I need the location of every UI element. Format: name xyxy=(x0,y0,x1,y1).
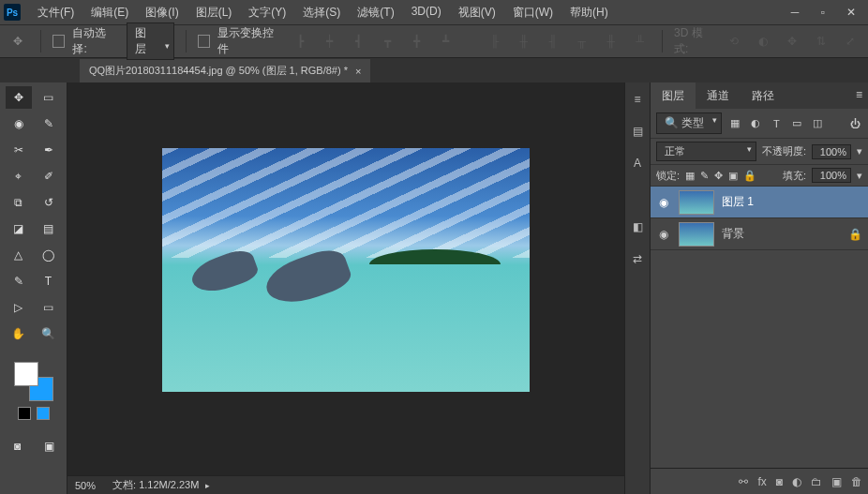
eraser-tool[interactable]: ◪ xyxy=(6,217,32,240)
hand-tool[interactable]: ✋ xyxy=(6,322,32,345)
character-panel-icon[interactable]: A xyxy=(628,154,647,172)
distribute-4-icon[interactable]: ╥ xyxy=(571,30,592,52)
visibility-toggle-icon[interactable]: ◉ xyxy=(656,228,671,241)
layer-row[interactable]: ◉ 图层 1 xyxy=(651,187,868,218)
align-center-h-icon[interactable]: ┿ xyxy=(319,30,340,52)
menu-edit[interactable]: 编辑(E) xyxy=(83,1,136,24)
menu-select[interactable]: 选择(S) xyxy=(295,1,348,24)
tab-layers[interactable]: 图层 xyxy=(651,82,696,109)
menu-image[interactable]: 图像(I) xyxy=(138,1,186,24)
lasso-tool[interactable]: ◉ xyxy=(6,112,32,135)
history-brush-tool[interactable]: ↺ xyxy=(36,191,62,214)
auto-select-checkbox[interactable] xyxy=(52,35,65,48)
healing-tool[interactable]: ⌖ xyxy=(6,165,32,187)
adjustment-layer-icon[interactable]: ◐ xyxy=(792,475,801,488)
filter-kind-dropdown[interactable]: 🔍 类型 xyxy=(656,112,722,134)
layer-thumbnail[interactable] xyxy=(679,222,714,247)
menu-filter[interactable]: 滤镜(T) xyxy=(350,1,401,24)
layer-group-icon[interactable]: 🗀 xyxy=(811,475,822,488)
delete-layer-icon[interactable]: 🗑 xyxy=(851,475,862,488)
filter-type-icon[interactable]: T xyxy=(769,116,784,131)
visibility-toggle-icon[interactable]: ◉ xyxy=(656,196,671,209)
3d-slide-icon[interactable]: ⇅ xyxy=(810,30,831,52)
distribute-5-icon[interactable]: ╫ xyxy=(600,30,621,52)
menu-file[interactable]: 文件(F) xyxy=(30,1,82,24)
3d-scale-icon[interactable]: ⤢ xyxy=(839,30,861,52)
menu-type[interactable]: 文字(Y) xyxy=(241,1,293,24)
distribute-1-icon[interactable]: ╟ xyxy=(484,30,505,52)
lock-transparency-icon[interactable]: ▦ xyxy=(685,170,695,182)
align-right-icon[interactable]: ┫ xyxy=(348,30,369,52)
filter-adjust-icon[interactable]: ◐ xyxy=(748,116,763,131)
menu-layer[interactable]: 图层(L) xyxy=(188,1,240,24)
move-tool-icon[interactable]: ✥ xyxy=(7,30,29,52)
blend-mode-dropdown[interactable]: 正常 xyxy=(656,142,756,161)
marquee-tool[interactable]: ▭ xyxy=(36,86,62,109)
menu-window[interactable]: 窗口(W) xyxy=(505,1,561,24)
foreground-color-swatch[interactable] xyxy=(14,362,38,386)
canvas[interactable] xyxy=(67,82,624,475)
history-panel-icon[interactable]: ≡ xyxy=(628,90,647,109)
add-mask-icon[interactable]: ◙ xyxy=(776,475,783,488)
type-tool[interactable]: T xyxy=(36,270,62,292)
close-button[interactable]: ✕ xyxy=(838,3,864,22)
opacity-dropdown-icon[interactable]: ▾ xyxy=(857,145,862,157)
color-swatches[interactable] xyxy=(14,362,53,401)
lock-pixels-icon[interactable]: ✎ xyxy=(700,170,709,182)
layer-name[interactable]: 背景 xyxy=(722,226,744,242)
gradient-tool[interactable]: ▤ xyxy=(36,217,62,240)
path-select-tool[interactable]: ▷ xyxy=(6,296,32,319)
adjustments-panel-icon[interactable]: ⇄ xyxy=(628,249,647,268)
distribute-2-icon[interactable]: ╫ xyxy=(513,30,534,52)
maximize-button[interactable]: ▫ xyxy=(810,3,836,22)
quick-mask-icon[interactable]: ◙ xyxy=(5,435,31,457)
layer-fx-icon[interactable]: fx xyxy=(757,475,766,488)
fill-input[interactable]: 100% xyxy=(812,168,851,183)
filter-shape-icon[interactable]: ▭ xyxy=(789,116,804,131)
layer-row[interactable]: ◉ 背景 🔒 xyxy=(651,218,868,250)
layer-name[interactable]: 图层 1 xyxy=(722,194,754,210)
dodge-tool[interactable]: ◯ xyxy=(36,244,62,266)
layer-thumbnail[interactable] xyxy=(679,190,714,215)
filter-smart-icon[interactable]: ◫ xyxy=(810,116,825,131)
link-layers-icon[interactable]: ⚯ xyxy=(739,475,748,488)
tab-channels[interactable]: 通道 xyxy=(696,82,741,109)
minimize-button[interactable]: ─ xyxy=(782,3,808,22)
blur-tool[interactable]: △ xyxy=(6,244,32,266)
tab-paths[interactable]: 路径 xyxy=(741,82,786,109)
panel-menu-icon[interactable]: ≡ xyxy=(850,82,868,109)
close-tab-icon[interactable]: × xyxy=(355,66,361,77)
stamp-tool[interactable]: ⧉ xyxy=(6,191,32,214)
move-tool[interactable]: ✥ xyxy=(6,86,32,109)
lock-artboard-icon[interactable]: ▣ xyxy=(728,170,738,182)
screen-mode-icon[interactable]: ▣ xyxy=(37,435,63,457)
3d-orbit-icon[interactable]: ⟲ xyxy=(723,30,744,52)
opacity-input[interactable]: 100% xyxy=(812,144,851,159)
shape-tool[interactable]: ▭ xyxy=(36,296,62,319)
auto-select-dropdown[interactable]: 图层 xyxy=(127,22,174,60)
properties-panel-icon[interactable]: ▤ xyxy=(628,122,647,141)
new-layer-icon[interactable]: ▣ xyxy=(831,475,842,488)
zoom-value[interactable]: 50% xyxy=(75,480,96,491)
color-panel-icon[interactable]: ◧ xyxy=(628,217,647,236)
align-top-icon[interactable]: ┳ xyxy=(377,30,398,52)
default-colors-icon[interactable] xyxy=(18,407,31,420)
fill-dropdown-icon[interactable]: ▾ xyxy=(857,170,862,182)
menu-help[interactable]: 帮助(H) xyxy=(562,1,616,24)
menu-3d[interactable]: 3D(D) xyxy=(404,1,449,24)
menu-view[interactable]: 视图(V) xyxy=(451,1,503,24)
brush-tool[interactable]: ✐ xyxy=(36,165,62,187)
filter-toggle-icon[interactable]: ⏻ xyxy=(847,116,862,131)
3d-pan-icon[interactable]: ✥ xyxy=(781,30,802,52)
eyedropper-tool[interactable]: ✒ xyxy=(36,139,62,161)
show-transform-checkbox[interactable] xyxy=(198,35,210,48)
swap-colors-icon[interactable] xyxy=(37,407,50,420)
align-center-v-icon[interactable]: ╋ xyxy=(406,30,427,52)
zoom-tool[interactable]: 🔍 xyxy=(36,322,62,345)
distribute-3-icon[interactable]: ╢ xyxy=(542,30,563,52)
quick-select-tool[interactable]: ✎ xyxy=(36,112,62,135)
distribute-6-icon[interactable]: ╨ xyxy=(629,30,651,52)
align-bottom-icon[interactable]: ┻ xyxy=(435,30,456,52)
3d-roll-icon[interactable]: ◐ xyxy=(752,30,773,52)
filter-pixel-icon[interactable]: ▦ xyxy=(727,116,742,131)
